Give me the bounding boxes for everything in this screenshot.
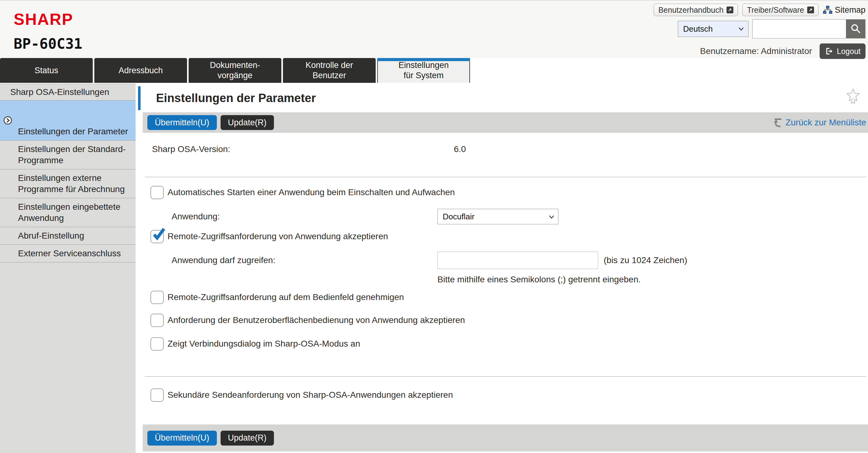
logout-label: Logout [837, 47, 861, 56]
application-select-value: Docuflair [438, 209, 558, 224]
application-row: Anwendung: Docuflair [135, 209, 868, 224]
page-title: Einstellungen der Parameter [156, 92, 316, 105]
sidebar-item-parameter-settings[interactable]: Einstellungen der Parameter [0, 100, 135, 141]
drivers-software-label: Treiber/Software [747, 6, 804, 14]
auto-start-checkbox[interactable] [151, 186, 164, 199]
secondary-send-label: Sekundäre Sendeanforderung von Sharp-OSA… [167, 390, 453, 400]
tab-user-control[interactable]: Kontrolle der Benutzer [283, 58, 376, 83]
search-input[interactable] [753, 20, 846, 38]
back-to-menu-link[interactable]: Zurück zur Menüliste [772, 118, 866, 127]
auto-start-label: Automatisches Starten einer Anwendung be… [167, 187, 455, 197]
connection-dialog-row: Zeigt Verbindungsdialog im Sharp-OSA-Mod… [151, 337, 868, 351]
search-button[interactable] [846, 20, 865, 38]
return-up-icon [772, 118, 783, 127]
version-row: Sharp OSA-Version: 6.0 [135, 144, 868, 154]
language-select[interactable]: Deutsch [678, 21, 749, 37]
sitemap-icon [823, 6, 832, 14]
sidebar-section-title[interactable]: Sharp OSA-Einstellungen [0, 84, 135, 100]
top-toolbar: Übermitteln(U) Update(R) Zurück zur Menü… [143, 112, 868, 133]
user-manual-button[interactable]: Benutzerhandbuch [654, 4, 738, 16]
search-icon [850, 23, 861, 34]
tab-status[interactable]: Status [0, 58, 93, 83]
settings-form: Sharp OSA-Version: 6.0 Automatisches Sta… [135, 133, 868, 424]
back-to-menu-label: Zurück zur Menüliste [785, 118, 866, 127]
semicolon-hint: Bitte mithilfe eines Semikolons (;) getr… [437, 275, 641, 284]
divider [145, 177, 866, 177]
header-search-row: Deutsch [678, 19, 866, 38]
sharp-logo: SHARP [14, 10, 83, 29]
favorite-star-icon[interactable] [846, 88, 861, 105]
main-tabs: Status Adressbuch Dokumenten- vorgänge K… [0, 58, 868, 83]
remote-access-checkbox[interactable] [151, 230, 164, 243]
external-link-icon [726, 6, 733, 13]
sidebar-item-external-service[interactable]: Externer Serviceanschluss [0, 245, 135, 263]
chevron-down-icon [549, 215, 554, 219]
title-accent-bar [138, 86, 141, 110]
allowed-apps-label: Anwendung darf zugreifen: [172, 255, 276, 265]
allowed-apps-input[interactable] [437, 252, 598, 269]
sitemap-link[interactable]: Sitemap [823, 5, 866, 15]
panel-approve-label: Remote-Zugriffsanforderung auf dem Bedie… [167, 292, 404, 302]
active-tab-indicator [377, 58, 470, 61]
sidebar-item-embedded-application[interactable]: Einstellungen eingebettete Anwendung [0, 198, 135, 227]
update-button-bottom[interactable]: Update(R) [221, 431, 274, 446]
sidebar-item-default-programs[interactable]: Einstellungen der Standard- Programme [0, 141, 135, 170]
language-select-value: Deutsch [683, 24, 713, 34]
connection-dialog-label: Zeigt Verbindungsdialog im Sharp-OSA-Mod… [167, 339, 360, 349]
chevron-down-icon [738, 27, 744, 31]
allowed-apps-limit: (bis zu 1024 Zeichen) [604, 255, 687, 265]
sidebar-item-polling[interactable]: Abruf-Einstellung [0, 227, 135, 245]
application-select[interactable]: Docuflair [437, 209, 558, 224]
submit-button-bottom[interactable]: Übermitteln(U) [147, 431, 217, 446]
sitemap-label: Sitemap [835, 5, 866, 15]
selected-arrow-icon [3, 116, 12, 125]
title-row: Einstellungen der Parameter [135, 84, 868, 112]
tab-addressbook[interactable]: Adressbuch [94, 58, 187, 83]
page: SHARP BP-60C31 Benutzerhandbuch Treiber/… [0, 0, 868, 453]
body: Sharp OSA-Einstellungen Einstellungen de… [0, 84, 868, 453]
remote-access-label: Remote-Zugriffsanforderung von Anwendung… [167, 232, 388, 241]
username-text: Benutzername: Administrator [700, 46, 812, 56]
sidebar-item-label: Einstellungen der Parameter [18, 127, 128, 136]
drivers-software-button[interactable]: Treiber/Software [742, 4, 819, 16]
version-value: 6.0 [454, 144, 466, 154]
external-link-icon [807, 6, 814, 13]
tab-system-settings[interactable]: Einstellungen für System [377, 58, 470, 83]
header-user-row: Benutzername: Administrator Logout [700, 43, 866, 59]
search-box [752, 19, 866, 38]
version-label: Sharp OSA-Version: [152, 144, 230, 154]
remote-access-row: Remote-Zugriffsanforderung von Anwendung… [151, 229, 868, 244]
submit-button[interactable]: Übermitteln(U) [147, 115, 217, 130]
tab-document-operations[interactable]: Dokumenten- vorgänge [189, 58, 281, 83]
model-name: BP-60C31 [14, 35, 83, 52]
username-label: Benutzername: [700, 46, 759, 56]
checkmark-icon [152, 228, 165, 241]
ui-operation-row: Anforderung der Benutzeroberflächenbedie… [151, 313, 868, 327]
sidebar: Sharp OSA-Einstellungen Einstellungen de… [0, 84, 135, 453]
auto-start-row: Automatisches Starten einer Anwendung be… [151, 185, 868, 200]
user-manual-label: Benutzerhandbuch [658, 6, 723, 14]
header-controls: Benutzerhandbuch Treiber/Software [654, 3, 866, 59]
panel-approve-row: Remote-Zugriffsanforderung auf dem Bedie… [151, 290, 868, 304]
main-content: Einstellungen der Parameter Übermitteln(… [135, 84, 868, 453]
update-button[interactable]: Update(R) [221, 115, 274, 130]
ui-operation-checkbox[interactable] [151, 314, 164, 327]
bottom-toolbar: Übermitteln(U) Update(R) [143, 424, 868, 451]
connection-dialog-checkbox[interactable] [151, 337, 164, 351]
username-value: Administrator [761, 46, 812, 56]
logout-icon [825, 47, 834, 56]
allowed-apps-row: Anwendung darf zugreifen: (bis zu 1024 Z… [135, 252, 868, 269]
logout-button[interactable]: Logout [819, 43, 866, 59]
header-links-row: Benutzerhandbuch Treiber/Software [654, 3, 866, 17]
tab-system-settings-label: Einstellungen für System [398, 60, 448, 81]
secondary-send-checkbox[interactable] [151, 389, 164, 402]
ui-operation-label: Anforderung der Benutzeroberflächenbedie… [167, 315, 465, 325]
semicolon-hint-row: Bitte mithilfe eines Semikolons (;) getr… [135, 275, 868, 284]
panel-approve-checkbox[interactable] [151, 291, 164, 304]
header: SHARP BP-60C31 Benutzerhandbuch Treiber/… [0, 0, 868, 58]
sidebar-item-external-accounting[interactable]: Einstellungen externe Programme für Abre… [0, 170, 135, 198]
brand: SHARP BP-60C31 [14, 10, 83, 52]
application-label: Anwendung: [172, 212, 220, 221]
secondary-send-row: Sekundäre Sendeanforderung von Sharp-OSA… [151, 388, 868, 402]
divider [145, 376, 866, 377]
